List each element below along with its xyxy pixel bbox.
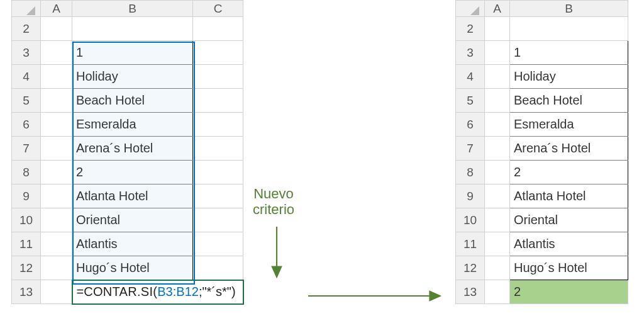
cell[interactable] <box>41 161 72 184</box>
row-header[interactable]: 6 <box>12 113 41 137</box>
cell-B5[interactable]: Beach Hotel <box>72 89 193 113</box>
row-header[interactable]: 12 <box>12 256 41 280</box>
cell-B13-formula[interactable]: =CONTAR.SI(B3:B12;"*´s*") <box>72 280 243 304</box>
cell-B10[interactable]: Oriental <box>72 208 193 232</box>
cell-B4[interactable]: Holiday <box>510 65 628 89</box>
cell[interactable] <box>193 65 243 89</box>
cell[interactable] <box>510 17 628 41</box>
col-header-A[interactable]: A <box>485 1 510 17</box>
cell[interactable] <box>485 137 510 161</box>
row-header[interactable]: 9 <box>12 184 41 208</box>
cell[interactable] <box>485 208 510 232</box>
row-header[interactable]: 4 <box>12 65 41 89</box>
col-header-B[interactable]: B <box>72 1 193 17</box>
cell[interactable] <box>485 113 510 137</box>
cell[interactable] <box>485 232 510 256</box>
cell[interactable] <box>193 161 243 184</box>
col-header-C[interactable]: C <box>193 1 243 17</box>
row-header[interactable]: 3 <box>12 41 41 65</box>
cell[interactable] <box>41 65 72 89</box>
cell[interactable] <box>193 137 243 161</box>
formula-eq: = <box>77 285 84 298</box>
cell[interactable] <box>193 208 243 232</box>
cell[interactable] <box>72 17 193 41</box>
row-header[interactable]: 12 <box>456 256 485 280</box>
cell[interactable] <box>485 280 510 304</box>
row-header[interactable]: 6 <box>456 113 485 137</box>
cell-B8[interactable]: 2 <box>510 161 628 184</box>
cell-B12[interactable]: Hugo´s Hotel <box>72 256 193 280</box>
cell[interactable] <box>193 232 243 256</box>
annotation-label: Nuevo criterio <box>253 186 294 218</box>
cell[interactable] <box>193 184 243 208</box>
cell[interactable] <box>41 184 72 208</box>
cell[interactable] <box>41 17 72 41</box>
row-header[interactable]: 3 <box>456 41 485 65</box>
row-header[interactable]: 5 <box>456 89 485 113</box>
cell[interactable] <box>41 256 72 280</box>
cell[interactable] <box>193 89 243 113</box>
cell-B12[interactable]: Hugo´s Hotel <box>510 256 628 280</box>
row-header[interactable]: 8 <box>12 161 41 184</box>
row-header[interactable]: 4 <box>456 65 485 89</box>
row-header[interactable]: 13 <box>12 280 41 304</box>
row-header[interactable]: 11 <box>456 232 485 256</box>
cell[interactable] <box>41 137 72 161</box>
cell-B11[interactable]: Atlantis <box>510 232 628 256</box>
formula-ref: B3:B12 <box>157 285 199 298</box>
cell-B7[interactable]: Arena´s Hotel <box>72 137 193 161</box>
cell[interactable] <box>485 161 510 184</box>
cell-B8[interactable]: 2 <box>72 161 193 184</box>
cell[interactable] <box>41 232 72 256</box>
cell[interactable] <box>193 41 243 65</box>
cell-B9[interactable]: Atlanta Hotel <box>510 184 628 208</box>
cell[interactable] <box>485 17 510 41</box>
cell[interactable] <box>485 41 510 65</box>
row-header[interactable]: 2 <box>12 17 41 41</box>
cell[interactable] <box>193 256 243 280</box>
formula-close: ) <box>231 285 236 298</box>
cell[interactable] <box>193 113 243 137</box>
select-all-corner[interactable] <box>12 1 41 17</box>
cell-B4[interactable]: Holiday <box>72 65 193 89</box>
cell[interactable] <box>193 17 243 41</box>
cell-B13-result[interactable]: 2 <box>510 280 628 304</box>
row-header[interactable]: 2 <box>456 17 485 41</box>
cell[interactable] <box>41 41 72 65</box>
row-header[interactable]: 9 <box>456 184 485 208</box>
col-header-A[interactable]: A <box>41 1 72 17</box>
row-header[interactable]: 7 <box>12 137 41 161</box>
select-all-corner[interactable] <box>456 1 485 17</box>
cell-B7[interactable]: Arena´s Hotel <box>510 137 628 161</box>
cell-B3[interactable]: 1 <box>72 41 193 65</box>
cell[interactable] <box>485 256 510 280</box>
select-all-triangle-icon <box>26 6 35 15</box>
annotation-line2: criterio <box>253 201 294 217</box>
cell[interactable] <box>41 89 72 113</box>
cell[interactable] <box>41 113 72 137</box>
cell-B10[interactable]: Oriental <box>510 208 628 232</box>
cell[interactable] <box>485 89 510 113</box>
cell[interactable] <box>41 280 72 304</box>
cell-B6[interactable]: Esmeralda <box>72 113 193 137</box>
cell-B3[interactable]: 1 <box>510 41 628 65</box>
row-header[interactable]: 7 <box>456 137 485 161</box>
cell[interactable] <box>485 65 510 89</box>
formula-func: CONTAR.SI( <box>84 285 157 298</box>
cell[interactable] <box>41 208 72 232</box>
cell-B6[interactable]: Esmeralda <box>510 113 628 137</box>
row-header[interactable]: 13 <box>456 280 485 304</box>
select-all-triangle-icon <box>470 6 479 15</box>
row-header[interactable]: 10 <box>456 208 485 232</box>
row-header[interactable]: 10 <box>12 208 41 232</box>
cell-B11[interactable]: Atlantis <box>72 232 193 256</box>
formula-criterion: "*´s*" <box>202 285 231 298</box>
cell[interactable] <box>485 184 510 208</box>
cell-B9[interactable]: Atlanta Hotel <box>72 184 193 208</box>
row-header[interactable]: 5 <box>12 89 41 113</box>
cell-B5[interactable]: Beach Hotel <box>510 89 628 113</box>
row-header[interactable]: 8 <box>456 161 485 184</box>
row-header[interactable]: 11 <box>12 232 41 256</box>
col-header-B[interactable]: B <box>510 1 628 17</box>
annotation-line1: Nuevo <box>253 186 294 201</box>
